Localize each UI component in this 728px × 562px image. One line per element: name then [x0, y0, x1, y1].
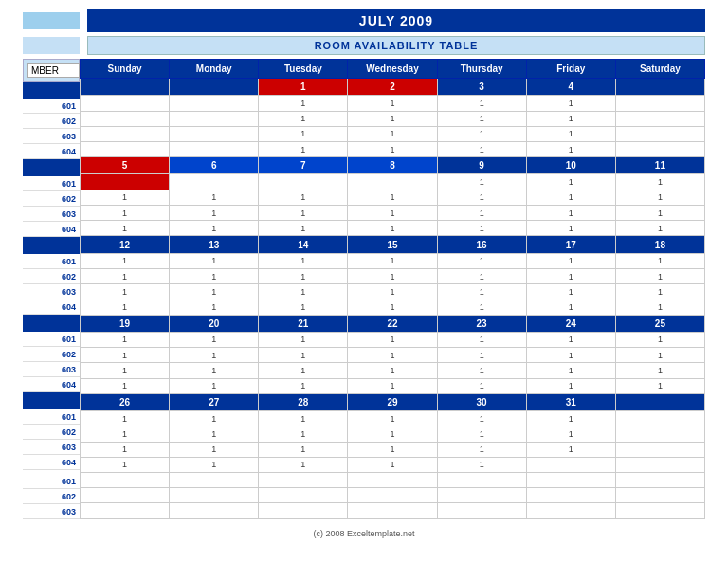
w2-room601: 1 1 1 [81, 174, 705, 190]
subtitle-row: ROOM AVAILABILITY TABLE [23, 36, 705, 55]
member-input[interactable] [27, 63, 80, 78]
footer-credit: (c) 2008 Exceltemplate.net [23, 529, 705, 538]
w6-room602 [81, 488, 705, 503]
w5-sun: 26 [81, 393, 170, 410]
left-room-604-w5: 604 [23, 455, 80, 470]
w3-room602: 1 1 1 1 1 1 1 [81, 268, 705, 283]
left-col: 601 602 603 604 601 602 603 604 601 602 … [23, 59, 80, 519]
left-room-601-w5: 601 [23, 409, 80, 425]
w4-room604: 1 1 1 1 1 1 1 [81, 378, 705, 393]
w5-room601: 1 1 1 1 1 1 [81, 411, 705, 426]
week3-dates: 12 13 14 15 16 17 18 [81, 236, 705, 253]
left-room-601-w4: 601 [23, 332, 80, 347]
w1-wed: 2 [348, 79, 437, 96]
w4-sun: 19 [81, 315, 170, 332]
left-room-601-w3: 601 [23, 254, 80, 269]
left-room-603-w2: 603 [23, 207, 80, 222]
w1-room603: 1 1 1 1 [81, 126, 705, 141]
w5-room604: 1 1 1 1 1 [81, 457, 705, 472]
w5-mon: 27 [170, 393, 259, 410]
w1-fri: 4 [526, 79, 615, 96]
w6-room603 [81, 503, 705, 519]
w4-room601: 1 1 1 1 1 1 1 [81, 332, 705, 347]
left-room-603-w6: 603 [23, 504, 80, 519]
w4-sat: 25 [615, 315, 704, 332]
col-wednesday: Wednesday [348, 60, 437, 79]
page-title: JULY 2009 [87, 9, 705, 32]
w3-room601: 1 1 1 1 1 1 1 [81, 253, 705, 268]
w2-sat: 11 [615, 157, 704, 174]
w4-mon: 20 [170, 315, 259, 332]
w2-room602: 1 1 1 1 1 1 1 [81, 190, 705, 205]
left-room-602-w6: 602 [23, 489, 80, 504]
left-room-603-w5: 603 [23, 440, 80, 455]
left-room-602-w1: 602 [23, 114, 80, 129]
left-room-602-w2: 602 [23, 191, 80, 207]
w5-wed: 29 [348, 393, 437, 410]
week2-spacer-left [23, 159, 80, 176]
w4-wed: 22 [348, 315, 437, 332]
w4-thu: 23 [437, 315, 526, 332]
col-friday: Friday [526, 60, 615, 79]
w6-room601 [81, 473, 705, 488]
w2-mon: 6 [170, 157, 259, 174]
left-room-604-w3: 604 [23, 299, 80, 315]
col-saturday: Saturday [615, 60, 704, 79]
w5-tue: 28 [259, 393, 348, 410]
w3-room604: 1 1 1 1 1 1 1 [81, 299, 705, 315]
w4-room603: 1 1 1 1 1 1 1 [81, 363, 705, 378]
left-room-602-w4: 602 [23, 347, 80, 362]
header-row: Sunday Monday Tuesday Wednesday Thursday… [81, 60, 705, 79]
week3-spacer-left [23, 237, 80, 254]
w1-tue: 1 [259, 79, 348, 96]
w4-fri: 24 [526, 315, 615, 332]
w3-mon: 13 [170, 236, 259, 253]
week1-dates: 1 2 3 4 [81, 79, 705, 96]
left-room-603-w3: 603 [23, 284, 80, 299]
main-container: JULY 2009 ROOM AVAILABILITY TABLE 601 60… [23, 9, 705, 538]
w3-tue: 14 [259, 236, 348, 253]
w3-sat: 18 [615, 236, 704, 253]
left-room-603-w1: 603 [23, 129, 80, 144]
week5-dates: 26 27 28 29 30 31 [81, 393, 705, 410]
week5-spacer-left [23, 392, 80, 409]
left-header [23, 59, 80, 82]
col-sunday: Sunday [81, 60, 170, 79]
w2-fri: 10 [526, 157, 615, 174]
subtitle: ROOM AVAILABILITY TABLE [87, 36, 705, 55]
left-room-604-w4: 604 [23, 377, 80, 392]
w3-room603: 1 1 1 1 1 1 1 [81, 284, 705, 299]
w2-room603: 1 1 1 1 1 1 1 [81, 205, 705, 220]
w1-thu: 3 [437, 79, 526, 96]
w5-fri: 31 [526, 393, 615, 410]
swatch-blue [23, 12, 80, 29]
w1-room601: 1 1 1 1 [81, 96, 705, 111]
w1-room604: 1 1 1 1 [81, 141, 705, 156]
week1-spacer-left [23, 82, 80, 99]
w5-room603: 1 1 1 1 1 1 [81, 442, 705, 457]
w2-sun: 5 [81, 157, 170, 174]
col-monday: Monday [170, 60, 259, 79]
w2-tue: 7 [259, 157, 348, 174]
w3-wed: 15 [348, 236, 437, 253]
w2-thu: 9 [437, 157, 526, 174]
w5-sat [615, 393, 704, 410]
left-room-602-w3: 602 [23, 269, 80, 284]
w2-room604: 1 1 1 1 1 1 1 [81, 221, 705, 236]
calendar-table: Sunday Monday Tuesday Wednesday Thursday… [80, 59, 705, 519]
w4-tue: 21 [259, 315, 348, 332]
w2-wed: 8 [348, 157, 437, 174]
w5-thu: 30 [437, 393, 526, 410]
col-tuesday: Tuesday [259, 60, 348, 79]
col-thursday: Thursday [437, 60, 526, 79]
w3-thu: 16 [437, 236, 526, 253]
left-room-601-w2: 601 [23, 176, 80, 191]
title-row: JULY 2009 [23, 9, 705, 32]
w4-room602: 1 1 1 1 1 1 1 [81, 348, 705, 363]
w3-sun: 12 [81, 236, 170, 253]
w1-mon [170, 79, 259, 96]
w1-room602: 1 1 1 1 [81, 111, 705, 126]
left-room-604-w1: 604 [23, 144, 80, 159]
w5-room602: 1 1 1 1 1 1 [81, 426, 705, 442]
week2-dates: 5 6 7 8 9 10 11 [81, 157, 705, 174]
